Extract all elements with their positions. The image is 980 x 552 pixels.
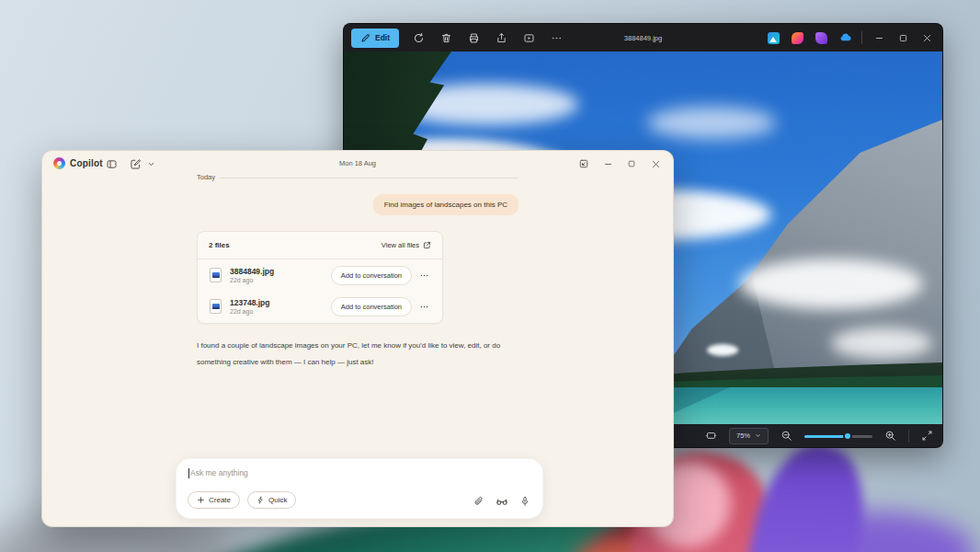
- copilot-maximize-button[interactable]: [620, 154, 644, 174]
- zoom-slider-fill: [804, 435, 845, 438]
- microphone-icon[interactable]: [518, 495, 531, 508]
- image-file-icon: [210, 299, 222, 314]
- edit-button[interactable]: Edit: [351, 29, 399, 48]
- file-more-icon[interactable]: [415, 302, 433, 312]
- copilot-header: Copilot Mon 18 Aug: [42, 151, 673, 177]
- lightning-icon: [256, 496, 265, 504]
- file-age: 22d ago: [230, 276, 331, 284]
- print-icon[interactable]: [466, 30, 482, 46]
- zoombar-divider: [908, 430, 909, 443]
- pencil-icon: [360, 33, 370, 43]
- share-icon[interactable]: [494, 30, 509, 46]
- rotate-icon[interactable]: [411, 30, 427, 46]
- file-name: 3884849.jpg: [230, 267, 331, 276]
- create-button-label: Create: [209, 496, 231, 504]
- photo-snow-patch: [707, 344, 738, 356]
- view-all-files-link[interactable]: View all files: [382, 241, 431, 249]
- file-row[interactable]: 3884849.jpg 22d ago Add to conversation: [198, 259, 442, 291]
- today-section-label: Today: [197, 173, 215, 181]
- quick-button-label: Quick: [268, 496, 287, 504]
- chevron-down-icon: [755, 432, 761, 439]
- more-options-icon[interactable]: [549, 30, 564, 46]
- files-count-label: 2 files: [209, 241, 230, 249]
- photos-close-button[interactable]: [915, 26, 939, 50]
- onedrive-icon[interactable]: [833, 26, 857, 50]
- copilot-minimize-button[interactable]: [596, 154, 620, 174]
- zoom-in-icon[interactable]: [883, 428, 898, 443]
- photos-minimize-button[interactable]: [867, 26, 891, 50]
- zoom-out-icon[interactable]: [779, 428, 794, 443]
- add-to-conversation-button[interactable]: Add to conversation: [331, 297, 412, 316]
- fullscreen-icon[interactable]: [919, 428, 935, 443]
- files-card: 2 files View all files 3884849.jpg 22d a…: [197, 231, 443, 324]
- image-file-icon: [210, 268, 222, 282]
- zoom-slider[interactable]: [804, 431, 872, 442]
- fit-to-window-icon[interactable]: [703, 428, 719, 443]
- view-all-files-label: View all files: [382, 241, 419, 249]
- composer: Create Quick: [176, 458, 543, 519]
- titlebar-divider: [861, 31, 862, 44]
- photos-titlebar: Edit: [344, 24, 942, 52]
- copilot-close-button[interactable]: [644, 154, 667, 174]
- copilot-window: Copilot Mon 18 Aug: [41, 150, 674, 527]
- file-name: 123748.jpg: [230, 298, 331, 307]
- assistant-message: I found a couple of landscape images on …: [197, 338, 539, 371]
- delete-icon[interactable]: [439, 30, 454, 46]
- clipchamp-app-icon[interactable]: [809, 26, 833, 50]
- today-divider: [220, 178, 518, 178]
- ask-input[interactable]: [190, 466, 466, 480]
- slideshow-icon[interactable]: [521, 30, 537, 46]
- zoom-percent-value: 75%: [736, 431, 750, 440]
- quick-button[interactable]: Quick: [247, 491, 296, 509]
- designer-app-icon[interactable]: [785, 26, 809, 50]
- user-message-bubble: Find images of landscapes on this PC: [373, 194, 518, 215]
- assistant-message-line: I found a couple of landscape images on …: [197, 338, 539, 354]
- cloud: [739, 259, 923, 309]
- external-link-icon: [423, 241, 431, 249]
- cloud: [647, 107, 776, 139]
- file-more-icon[interactable]: [415, 270, 433, 281]
- cloud: [831, 328, 932, 359]
- edit-button-label: Edit: [375, 33, 390, 42]
- zoom-percent-dropdown[interactable]: 75%: [729, 428, 769, 444]
- assistant-message-line: something creative with them — I can hel…: [197, 354, 539, 371]
- photos-maximize-button[interactable]: [891, 26, 915, 50]
- attach-icon[interactable]: [473, 495, 485, 508]
- create-button[interactable]: Create: [188, 491, 240, 509]
- file-row[interactable]: 123748.jpg 22d ago Add to conversation: [198, 291, 442, 322]
- file-age: 22d ago: [230, 307, 331, 316]
- zoom-slider-thumb[interactable]: [843, 431, 852, 441]
- text-caret: [188, 468, 189, 478]
- photo-edit-app-icon[interactable]: [761, 26, 785, 50]
- add-to-conversation-button[interactable]: Add to conversation: [331, 266, 412, 285]
- desktop: Edit: [0, 0, 980, 552]
- plus-icon: [197, 496, 205, 504]
- compact-mode-icon[interactable]: [572, 154, 596, 174]
- vision-glasses-icon[interactable]: [496, 495, 508, 508]
